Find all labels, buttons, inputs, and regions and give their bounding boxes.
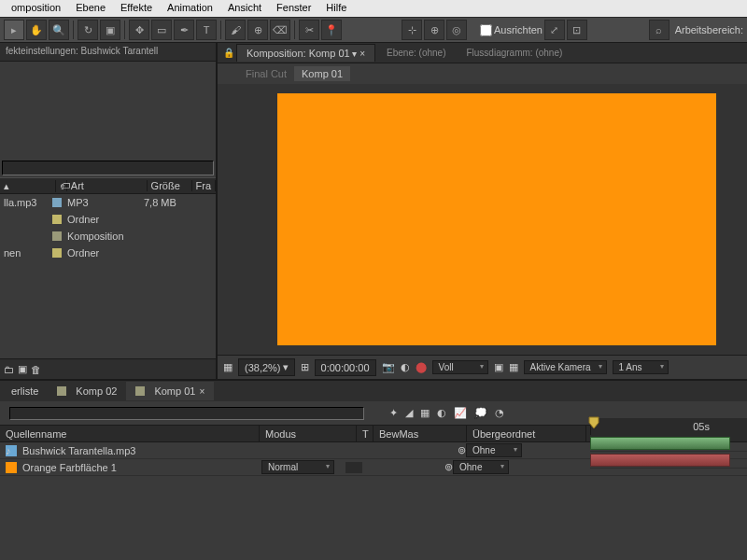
col-parent: Übergeordnet	[467, 426, 586, 441]
col-fr: Fra	[192, 180, 217, 191]
menu-window[interactable]: Fenster	[269, 0, 318, 17]
comp-flowchart-icon[interactable]: ✦	[389, 407, 398, 419]
breadcrumb-current[interactable]: Komp 01	[294, 66, 350, 81]
tab-flowchart[interactable]: Flussdiagramm: (ohne)	[457, 45, 571, 61]
axis-world[interactable]: ⊕	[424, 20, 444, 40]
tab-komp02[interactable]: Komp 02	[48, 382, 126, 400]
motionblur-icon[interactable]: ◐	[437, 407, 446, 419]
effects-panel-tab[interactable]: fekteinstellungen: Bushwick Tarantell	[0, 43, 216, 62]
timeline-search[interactable]	[9, 407, 364, 420]
resolution-dropdown[interactable]: Voll	[432, 360, 488, 374]
menu-effects[interactable]: Effekte	[113, 0, 160, 17]
text-tool[interactable]: T	[196, 20, 217, 40]
col-size: Größe	[148, 180, 192, 191]
mode-dropdown[interactable]: Normal	[261, 460, 334, 474]
col-mode: Modus	[260, 426, 357, 441]
snapshot-icon[interactable]: 📷	[382, 361, 395, 373]
layer-name: Bushwick Tarantella.mp3	[22, 445, 261, 456]
project-row[interactable]: nen Ordner	[0, 245, 216, 261]
col-t: T	[357, 426, 374, 441]
axis-local[interactable]: ⊹	[402, 20, 422, 40]
autokeyfr-icon[interactable]: ◔	[495, 407, 504, 419]
audio-icon: ♪	[6, 445, 17, 456]
snap-icon[interactable]: ⤢	[544, 20, 565, 40]
camera-dropdown[interactable]: Aktive Kamera	[524, 360, 607, 374]
parent-dropdown[interactable]: Ohne	[453, 460, 509, 474]
audio-bar[interactable]	[590, 437, 730, 450]
brush-tool[interactable]: 🖌	[225, 20, 246, 40]
track-area	[590, 435, 747, 469]
project-header: ▴ 🏷 Art Größe Fra	[0, 177, 216, 194]
parent-pickwhip-icon[interactable]: ⊚	[444, 461, 453, 473]
snap-bounds-icon[interactable]: ⊡	[567, 20, 587, 40]
search-icon[interactable]: ⌕	[649, 20, 669, 40]
menu-help[interactable]: Hilfe	[318, 0, 354, 17]
parent-pickwhip-icon[interactable]: ⊚	[458, 444, 466, 456]
project-row[interactable]: Komposition	[0, 228, 216, 245]
tab-composition[interactable]: Komposition: Komp 01 ▾ ×	[236, 44, 375, 62]
col-type: Art	[67, 180, 148, 191]
anchor-tool[interactable]: ✥	[129, 20, 149, 40]
track-audio[interactable]	[590, 435, 747, 452]
composition-canvas[interactable]	[277, 93, 716, 345]
layer-name: Orange Farbfläche 1	[22, 462, 261, 473]
camera-tool[interactable]: ▣	[100, 20, 120, 40]
color-icon[interactable]: ⬤	[416, 361, 427, 373]
left-panel: fekteinstellungen: Bushwick Tarantell ▴ …	[0, 43, 218, 379]
tab-komp01[interactable]: Komp 01 ×	[126, 382, 214, 400]
menu-composition[interactable]: omposition	[4, 0, 68, 17]
graph-icon[interactable]: 📈	[454, 407, 467, 419]
composition-panel: 🔒 Komposition: Komp 01 ▾ × Ebene: (ohne)…	[218, 43, 747, 379]
trash-icon[interactable]: 🗑	[31, 364, 41, 375]
rotate-tool[interactable]: ↻	[78, 20, 98, 40]
tab-renderqueue[interactable]: erliste	[2, 382, 48, 400]
transparency-icon[interactable]: ▦	[509, 361, 518, 373]
channel-icon[interactable]: ◐	[401, 361, 410, 373]
menu-animation[interactable]: Animation	[160, 0, 220, 17]
trackmatte-toggle[interactable]	[345, 462, 362, 473]
parent-dropdown[interactable]: Ohne	[466, 443, 522, 457]
align-label: Ausrichten	[494, 24, 543, 35]
project-row[interactable]: lla.mp3 MP3 7,8 MB	[0, 194, 216, 211]
shape-tool[interactable]: ▭	[151, 20, 172, 40]
roto-tool[interactable]: ✂	[299, 20, 319, 40]
tool-bar: ▸ ✋ 🔍 ↻ ▣ ✥ ▭ ✒ T 🖌 ⊕ ⌫ ✂ 📍 ⊹ ⊕ ◎ Ausric…	[0, 17, 747, 43]
menu-layer[interactable]: Ebene	[68, 0, 113, 17]
region-icon[interactable]: ▣	[494, 361, 503, 373]
workspace-label: Arbeitsbereich:	[675, 24, 743, 35]
project-search[interactable]	[2, 161, 214, 175]
clone-tool[interactable]: ⊕	[247, 20, 268, 40]
brainstorm-icon[interactable]: 💭	[474, 407, 487, 419]
pin-tool[interactable]: 📍	[321, 20, 342, 40]
zoom-dropdown[interactable]: (38,2%) ▾	[238, 358, 295, 376]
project-row[interactable]: Ordner	[0, 211, 216, 228]
axis-view[interactable]: ◎	[446, 20, 467, 40]
bin-icon[interactable]: 🗀	[4, 364, 14, 375]
lock-icon[interactable]: 🔒	[223, 48, 234, 58]
playhead-icon[interactable]	[588, 416, 599, 429]
hand-tool[interactable]: ✋	[26, 20, 47, 40]
zoom-tool[interactable]: 🔍	[49, 20, 69, 40]
breadcrumb-prev[interactable]: Final Cut	[246, 68, 287, 79]
composition-viewer[interactable]	[218, 84, 747, 355]
viewer-controls: ▦ (38,2%) ▾ ⊞ 0:00:00:00 📷 ◐ ⬤ Voll ▣ ▦ …	[218, 355, 747, 379]
res-icon[interactable]: ⊞	[301, 361, 309, 373]
selection-tool[interactable]: ▸	[4, 20, 24, 40]
menu-view[interactable]: Ansicht	[220, 0, 269, 17]
eraser-tool[interactable]: ⌫	[270, 20, 290, 40]
solid-bar[interactable]	[590, 454, 730, 467]
snap-checkbox[interactable]	[480, 24, 492, 36]
track-solid[interactable]	[590, 452, 747, 469]
col-bewmas: BewMas	[374, 426, 467, 441]
pen-tool[interactable]: ✒	[174, 20, 194, 40]
views-dropdown[interactable]: 1 Ans	[613, 360, 669, 374]
frameblend-icon[interactable]: ▦	[420, 407, 430, 419]
solid-icon	[6, 462, 17, 473]
tab-layer[interactable]: Ebene: (ohne)	[377, 45, 455, 61]
grid-icon[interactable]: ▦	[223, 361, 233, 373]
timecode[interactable]: 0:00:00:00	[315, 359, 376, 376]
draft3d-icon[interactable]: ◢	[405, 407, 413, 419]
time-ruler[interactable]: 05s	[590, 418, 747, 435]
menu-bar: omposition Ebene Effekte Animation Ansic…	[0, 0, 747, 17]
new-comp-icon[interactable]: ▣	[18, 363, 27, 375]
